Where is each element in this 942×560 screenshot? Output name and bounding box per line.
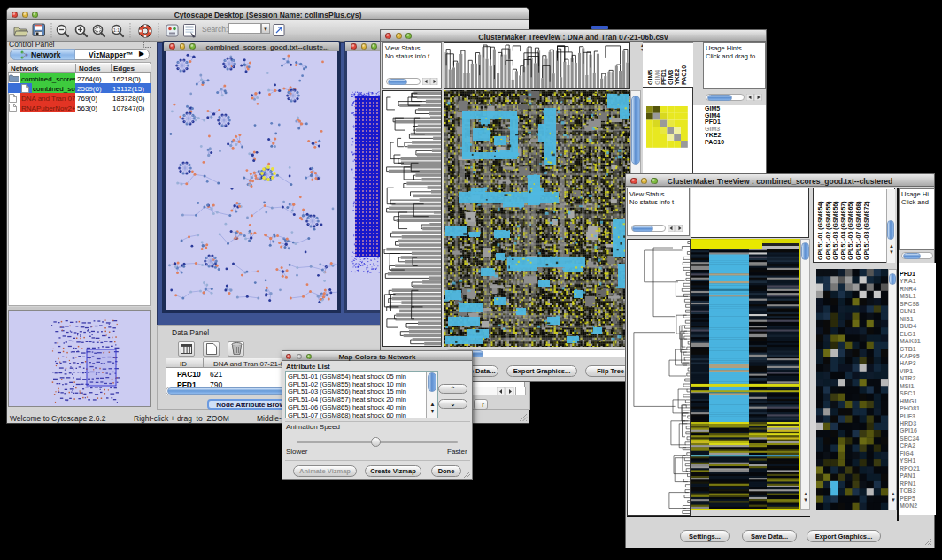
svg-text:1:1: 1:1: [113, 27, 120, 33]
